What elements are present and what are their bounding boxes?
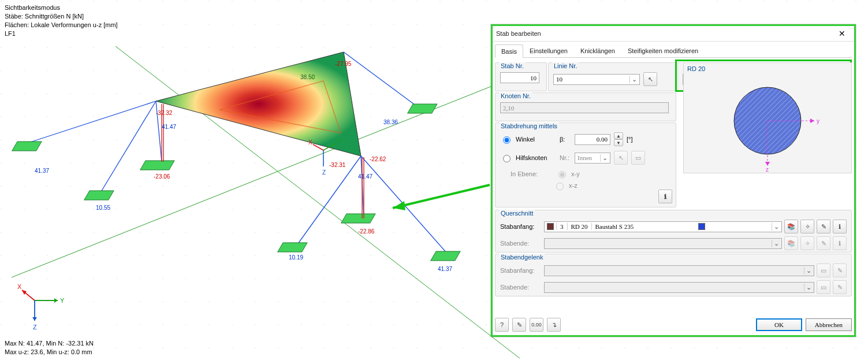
svg-rect-21	[431, 251, 460, 261]
svg-rect-17	[140, 161, 174, 170]
comment-button[interactable]: ✎	[512, 318, 526, 332]
stab-nr-label: Stab Nr.	[499, 62, 526, 69]
svg-text:y: y	[817, 118, 819, 124]
beta-input[interactable]	[575, 134, 610, 145]
hilfsknoten-radio[interactable]	[500, 153, 512, 162]
querschnitt-label: Querschnitt	[499, 210, 535, 217]
qs-ende-combo: ⌄	[544, 238, 782, 249]
winkel-radio[interactable]	[500, 135, 512, 144]
svg-rect-16	[84, 191, 114, 200]
section-preview: RD 20 y z	[683, 62, 852, 173]
qs-edit-button[interactable]: ✎	[817, 220, 830, 233]
cancel-button[interactable]: Abbrechen	[806, 318, 852, 331]
new-node-button: ▭	[631, 151, 645, 165]
sg-ende-combo: ⌄	[544, 282, 814, 293]
svg-text:z: z	[766, 166, 769, 172]
units-button[interactable]: 0.00	[530, 318, 543, 332]
pick-node-button: ↖	[614, 151, 628, 165]
svg-marker-42	[810, 118, 814, 123]
export-button[interactable]: ↴	[547, 318, 561, 332]
help-button[interactable]: ?	[495, 318, 509, 332]
stab-nr-input[interactable]	[500, 72, 539, 83]
knoten-nr-input	[500, 102, 669, 113]
tab-basis[interactable]: Basis	[495, 44, 523, 58]
linie-nr-label: Linie Nr.	[552, 62, 579, 69]
beta-down[interactable]: ▼	[614, 139, 623, 146]
stabdrehung-label: Stabdrehung mittels	[499, 123, 559, 129]
svg-marker-45	[765, 162, 770, 166]
svg-text:Z: Z	[322, 169, 326, 176]
sg-anfang-combo: ⌄	[544, 265, 814, 276]
tab-einstellungen[interactable]: Einstellungen	[523, 44, 574, 57]
linie-nr-combo[interactable]: 10⌄	[553, 74, 640, 85]
rotation-info-button[interactable]: ℹ	[658, 190, 672, 203]
viewport-info-top: SichtbarkeitsmodusStäbe: Schnittgrößen N…	[5, 3, 118, 38]
close-button[interactable]: ✕	[833, 28, 851, 39]
svg-rect-20	[341, 214, 375, 223]
axis-x-label: X	[17, 283, 22, 290]
svg-rect-15	[12, 142, 42, 151]
tab-steifigkeiten[interactable]: Steifigkeiten modifizieren	[621, 44, 705, 57]
qs-new-button[interactable]: ✧	[800, 220, 814, 233]
qs-lib-button[interactable]: 📚	[784, 220, 798, 233]
svg-rect-19	[278, 243, 307, 252]
pick-line-button[interactable]: ↖	[643, 72, 657, 86]
beta-up[interactable]: ▲	[614, 132, 623, 139]
knoten-nr-label: Knoten Nr.	[499, 92, 532, 99]
axis-y-label: Y	[60, 297, 65, 304]
dialog-tabs: Basis Einstellungen Knicklängen Steifigk…	[495, 44, 852, 58]
viewport-info-bottom: Max N: 41.47, Min N: -32.31 kNMax u-z: 2…	[5, 339, 94, 357]
ok-button[interactable]: OK	[756, 318, 802, 331]
tab-knicklaengen[interactable]: Knicklängen	[574, 44, 621, 57]
svg-rect-18	[408, 104, 437, 113]
axis-z-label: Z	[33, 324, 37, 331]
qs-info-button[interactable]: ℹ	[833, 220, 847, 233]
qs-anfang-combo[interactable]: 3 RD 20 Baustahl S 235 ⌄	[544, 221, 782, 232]
svg-text:X: X	[308, 139, 312, 146]
svg-text:Y: Y	[338, 138, 342, 144]
stabendgelenk-label: Stabendgelenk	[499, 254, 545, 261]
preview-title: RD 20	[684, 63, 851, 75]
edit-member-dialog: Stab bearbeiten ✕ Basis Einstellungen Kn…	[491, 24, 856, 337]
dialog-title: Stab bearbeiten	[496, 30, 833, 37]
hilfsknoten-combo: Innen⌄	[575, 153, 610, 164]
